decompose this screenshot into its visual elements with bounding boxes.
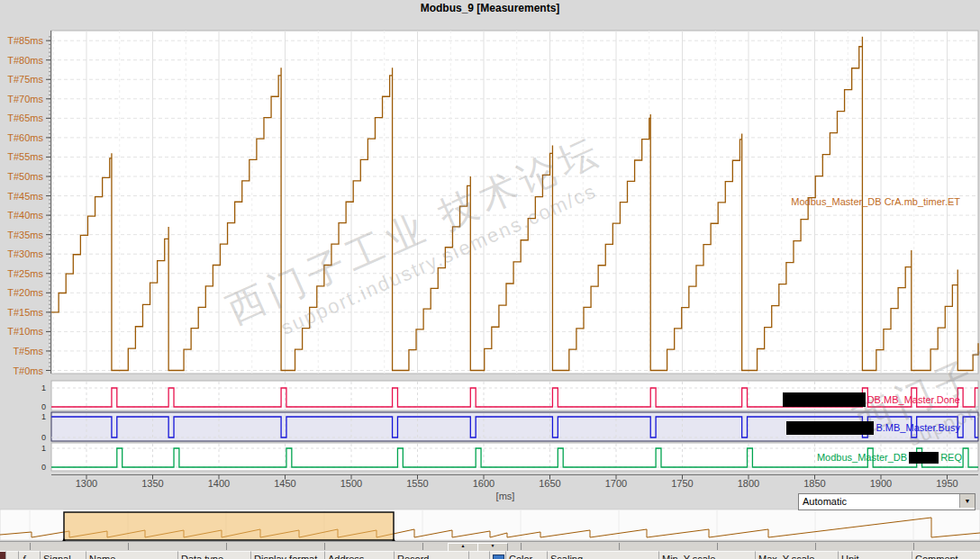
ruler-tick [521, 543, 522, 550]
ruler-tick [815, 543, 816, 550]
x-tick-label: 1800 [738, 478, 759, 489]
redaction-box [783, 392, 866, 407]
table-header-Data type[interactable]: Data type [178, 551, 251, 559]
logic-low-label: 0 [41, 463, 46, 472]
overview-selection[interactable] [64, 512, 394, 540]
table-header-blank[interactable] [6, 551, 19, 559]
y-tick-label: T#5ms [13, 346, 43, 356]
scale-mode-select[interactable]: Automatic ▼ [798, 493, 975, 510]
chart-toggle-icon[interactable] [493, 554, 504, 559]
signal-visibility-icon-column[interactable] [490, 551, 506, 559]
x-axis-unit-label: [ms] [469, 491, 541, 501]
trace-window: Modbus_9 [Measurements] 101010T#0msT#5ms… [0, 0, 980, 559]
analog-signal-label: Modbus_Master_DB CrA.mb_timer.ET [791, 196, 960, 207]
x-tick-label: 1500 [340, 478, 362, 489]
ruler-tick [226, 543, 227, 550]
x-tick-label: 1850 [803, 478, 825, 489]
table-header-Signal[interactable]: Signal [41, 551, 86, 559]
dropdown-arrow-icon[interactable]: ▼ [959, 494, 975, 508]
table-header-Unit[interactable]: Unit [839, 551, 912, 559]
signal-label-busy: B.MB_Master.Busy [786, 421, 960, 435]
trace-plot-area: 101010T#0msT#5msT#10msT#15msT#20msT#25ms… [0, 0, 980, 559]
x-tick-label: 1900 [870, 478, 892, 489]
y-tick-label: T#65ms [7, 113, 43, 123]
x-tick-label: 1300 [76, 478, 97, 489]
signal-label-done: DB.MB_Master.Done [783, 392, 960, 407]
logic-high-label: 1 [41, 444, 46, 453]
y-tick-label: T#85ms [7, 35, 43, 46]
table-header-Record[interactable]: Record [395, 551, 469, 559]
x-tick-label: 1400 [208, 478, 230, 489]
redaction-box [786, 421, 874, 435]
signal-table-header: ƒSignalNameData typeDisplay formatAddres… [0, 551, 980, 559]
logic-low-label: 0 [41, 433, 46, 442]
y-tick-label: T#80ms [7, 55, 43, 66]
table-header-Display format[interactable]: Display format [251, 551, 325, 559]
ruler-tick [422, 543, 423, 550]
ruler-tick [619, 543, 620, 550]
table-header-Max. Y-scale[interactable]: Max. Y-scale [756, 551, 839, 559]
logic-high-label: 1 [41, 383, 46, 392]
x-tick-label: 1650 [539, 478, 560, 489]
y-tick-label: T#40ms [7, 210, 43, 221]
y-tick-label: T#20ms [7, 287, 43, 298]
table-header-blank[interactable] [0, 551, 6, 559]
x-tick-label: 1700 [605, 478, 627, 489]
y-tick-label: T#25ms [7, 268, 43, 279]
logic-low-label: 0 [41, 402, 46, 411]
y-tick-label: T#35ms [7, 230, 43, 240]
table-header-Color[interactable]: Color [506, 551, 548, 559]
table-header-Name[interactable]: Name [86, 551, 178, 559]
table-header-Address[interactable]: Address [325, 551, 395, 559]
y-tick-label: T#45ms [7, 191, 43, 202]
y-tick-label: T#10ms [7, 326, 43, 337]
x-tick-label: 1350 [141, 478, 163, 489]
ruler-tick [128, 543, 129, 550]
table-header-Comment[interactable]: Comment [912, 551, 980, 559]
table-header-ƒ[interactable]: ƒ [19, 551, 41, 559]
ruler-tick [717, 543, 718, 550]
redaction-box [909, 452, 939, 464]
x-tick-label: 1750 [671, 478, 693, 489]
y-tick-label: T#15ms [7, 307, 43, 318]
scale-mode-value: Automatic [803, 496, 847, 507]
signal-label-req: Modbus_Master_DBREQ [817, 452, 962, 464]
x-tick-label: 1450 [274, 478, 295, 489]
y-tick-label: T#0ms [13, 365, 43, 376]
y-tick-label: T#30ms [7, 248, 43, 259]
y-tick-label: T#50ms [7, 171, 43, 182]
y-major-ticks [46, 41, 51, 370]
x-tick-label: 1600 [473, 478, 495, 489]
table-header-blank[interactable] [469, 551, 490, 559]
table-header-Scaling[interactable]: Scaling [548, 551, 659, 559]
ruler-tick [324, 543, 325, 550]
y-tick-label: T#60ms [7, 132, 43, 143]
ruler-tick [30, 543, 31, 550]
y-tick-label: T#75ms [7, 74, 43, 85]
x-tick-label: 1950 [936, 478, 957, 489]
ruler-tick [913, 543, 914, 550]
table-header-Min. Y-scale[interactable]: Min. Y-scale [659, 551, 756, 559]
y-tick-label: T#70ms [7, 94, 43, 104]
y-tick-label: T#55ms [7, 151, 43, 162]
logic-high-label: 1 [41, 412, 46, 421]
x-tick-label: 1550 [406, 478, 428, 489]
